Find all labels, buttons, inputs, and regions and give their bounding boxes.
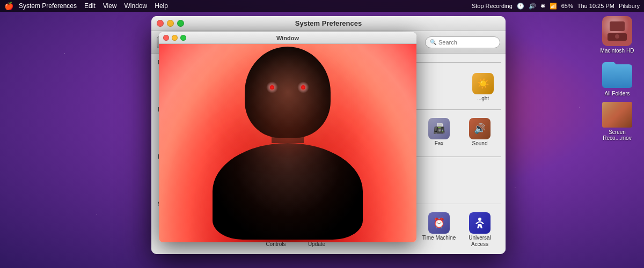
macintosh-hd-icon bbox=[602, 16, 632, 46]
macintosh-hd-label: Macintosh HD bbox=[601, 48, 634, 54]
menubar-edit[interactable]: Edit bbox=[84, 2, 96, 10]
screen-recording-icon bbox=[602, 102, 632, 128]
time-machine-label: Time Machine bbox=[422, 235, 456, 241]
window-maximize-btn[interactable] bbox=[177, 20, 184, 27]
popup-title: Window bbox=[276, 35, 299, 41]
popup-titlebar: Window bbox=[159, 32, 416, 44]
universal-icon bbox=[469, 212, 491, 234]
pref-icon-partial-right[interactable]: ☀️ ...ght bbox=[467, 73, 499, 102]
partial-fax-sound: 📠 Fax 🔊 Sound bbox=[420, 116, 499, 149]
search-bar: 🔍 bbox=[425, 36, 500, 48]
menubar: 🍎 System Preferences Edit View Window He… bbox=[0, 0, 644, 12]
popup-maximize-btn[interactable] bbox=[180, 35, 186, 41]
menubar-time: Thu 10:25 PM bbox=[577, 3, 614, 9]
popup-minimize-btn[interactable] bbox=[172, 35, 178, 41]
menubar-app-name[interactable]: System Preferences bbox=[19, 2, 77, 10]
pref-icon-sound[interactable]: 🔊 Sound bbox=[460, 116, 499, 149]
window-title: System Preferences bbox=[295, 19, 362, 27]
silhouette-body bbox=[213, 143, 363, 240]
menubar-window[interactable]: Window bbox=[125, 2, 148, 10]
brightness-label: ...ght bbox=[477, 95, 489, 102]
popup-close-btn[interactable] bbox=[163, 35, 169, 41]
menubar-wifi-icon: 📶 bbox=[550, 3, 557, 10]
fax-label: Fax bbox=[435, 140, 444, 147]
brightness-icon: ☀️ bbox=[472, 73, 494, 94]
menubar-view[interactable]: View bbox=[103, 2, 117, 10]
svg-rect-1 bbox=[610, 21, 625, 31]
desktop-icon-all-folders[interactable]: All Folders bbox=[596, 59, 639, 96]
silhouette-figure bbox=[213, 47, 363, 240]
desktop-icons: Macintosh HD All Folders Screen Reco....… bbox=[596, 16, 639, 141]
fax-icon: 📠 bbox=[428, 118, 450, 139]
apple-menu[interactable]: 🍎 bbox=[4, 2, 13, 10]
sound-icon: 🔊 bbox=[469, 118, 491, 139]
popup-controls bbox=[163, 35, 186, 41]
menubar-battery: 65% bbox=[561, 3, 573, 9]
menubar-user: Pilsbury bbox=[619, 3, 640, 9]
menubar-items: System Preferences Edit View Window Help bbox=[19, 2, 168, 10]
menubar-right: Stop Recording 🕐 🔊 ✱ 📶 65% Thu 10:25 PM … bbox=[472, 3, 640, 10]
menubar-clock-icon: 🕐 bbox=[517, 3, 524, 10]
menubar-bluetooth-icon: ✱ bbox=[540, 3, 545, 10]
window-minimize-btn[interactable] bbox=[167, 20, 174, 27]
pref-icon-universal[interactable]: Universal Access bbox=[460, 210, 499, 250]
desktop-icon-macintosh-hd[interactable]: Macintosh HD bbox=[596, 16, 639, 54]
desktop-icon-screen-recording[interactable]: Screen Reco....mov bbox=[596, 102, 639, 141]
svg-point-3 bbox=[615, 34, 619, 39]
menubar-volume-icon: 🔊 bbox=[529, 3, 536, 10]
all-folders-icon bbox=[602, 59, 632, 89]
search-input[interactable] bbox=[438, 39, 492, 46]
popup-window: Window bbox=[159, 32, 416, 242]
window-controls bbox=[157, 20, 184, 27]
partial-right-icon: ☀️ ...ght bbox=[467, 69, 499, 102]
menubar-record[interactable]: Stop Recording bbox=[472, 3, 513, 9]
sound-label: Sound bbox=[472, 140, 488, 147]
camera-view bbox=[159, 44, 416, 242]
time-machine-icon: ⏰ bbox=[428, 212, 450, 234]
universal-label: Universal Access bbox=[463, 235, 497, 248]
pref-icon-time-machine[interactable]: ⏰ Time Machine bbox=[420, 210, 458, 250]
screen-recording-label: Screen Reco....mov bbox=[596, 129, 639, 141]
window-close-btn[interactable] bbox=[157, 20, 164, 27]
search-icon: 🔍 bbox=[430, 39, 436, 45]
pref-icon-fax[interactable]: 📠 Fax bbox=[420, 116, 458, 149]
all-folders-label: All Folders bbox=[604, 91, 630, 96]
svg-point-4 bbox=[478, 218, 481, 221]
window-titlebar: System Preferences bbox=[151, 16, 506, 31]
menubar-help[interactable]: Help bbox=[155, 2, 168, 10]
